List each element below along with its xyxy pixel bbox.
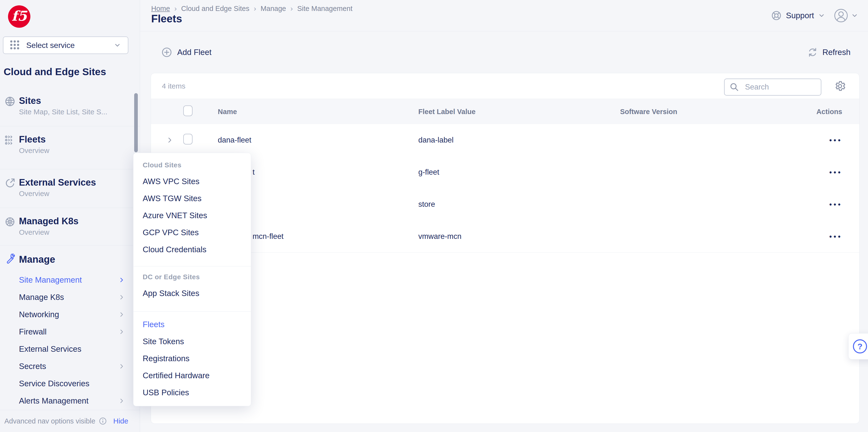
sidebar-item-external-services[interactable]: External Services Overview (0, 169, 140, 208)
external-services-icon (4, 178, 16, 189)
search-input[interactable] (724, 79, 821, 95)
help-button[interactable]: ? (848, 333, 868, 359)
flyout-item-cloud-credentials[interactable]: Cloud Credentials (133, 241, 251, 258)
manage-section-header: Manage (0, 253, 55, 266)
table-settings-gear-icon[interactable] (834, 80, 846, 92)
flyout-item-registrations[interactable]: Registrations (133, 350, 251, 367)
cell-fleet-label-value: g-fleet (418, 168, 439, 177)
add-fleet-button[interactable]: Add Fleet (161, 47, 212, 58)
table-card-header: 4 items (151, 73, 859, 99)
page-title: Fleets (151, 13, 182, 25)
row-checkbox[interactable] (183, 134, 192, 144)
select-service-dropdown[interactable]: Select service (3, 36, 128, 54)
manage-item-label: Firewall (19, 327, 47, 337)
support-menu[interactable]: Support (771, 10, 825, 21)
manage-title: Manage (19, 254, 55, 265)
sidebar-item-site-management[interactable]: Site Management (0, 271, 140, 288)
globe-icon (4, 96, 16, 107)
row-actions-button[interactable]: ••• (829, 201, 842, 208)
breadcrumb-item-site-management[interactable]: Site Management (297, 5, 352, 13)
wrench-icon (5, 254, 16, 265)
cell-fleet-label-value: vmware-mcn (418, 232, 461, 241)
row-actions-button[interactable]: ••• (829, 169, 842, 176)
column-header-software-version[interactable]: Software Version (620, 108, 677, 116)
breadcrumb: Home › Cloud and Edge Sites › Manage › S… (151, 4, 352, 13)
flyout-item-aws-vpc-sites[interactable]: AWS VPC Sites (133, 173, 251, 190)
sidebar-item-fleets[interactable]: Fleets Overview (0, 126, 140, 169)
manage-list: Site Management Manage K8s Networking Fi… (0, 271, 140, 409)
manage-item-label: Secrets (19, 362, 46, 371)
table-row: store ••• (151, 188, 859, 221)
page-toolbar: Add Fleet Refresh (140, 31, 868, 73)
sidebar-item-alerts-management[interactable]: Alerts Management (0, 392, 140, 409)
nav-item-subtitle: Overview (19, 188, 135, 199)
table-row: dana-fleet dana-label ••• (151, 124, 859, 156)
nav-item-subtitle: Overview (19, 227, 135, 238)
f5-logo: f5 (8, 5, 30, 28)
flyout-item-site-tokens[interactable]: Site Tokens (133, 333, 251, 350)
cell-name[interactable]: mcn-fleet (252, 232, 283, 241)
breadcrumb-item-manage[interactable]: Manage (260, 5, 286, 13)
row-actions-button[interactable]: ••• (829, 233, 842, 240)
sidebar-item-service-discoveries[interactable]: Service Discoveries (0, 375, 140, 392)
flyout-item-azure-vnet-sites[interactable]: Azure VNET Sites (133, 207, 251, 224)
add-fleet-label: Add Fleet (177, 48, 212, 57)
nav-item-subtitle: Site Map, Site List, Site S... (19, 107, 135, 117)
table-row: mcn-fleet vmware-mcn ••• (151, 220, 859, 253)
sidebar-item-external-services-manage[interactable]: External Services (0, 340, 140, 357)
f5-logo-text: f5 (11, 9, 27, 23)
chevron-right-icon (118, 311, 125, 318)
column-header-actions: Actions (816, 108, 842, 116)
flyout-item-certified-hardware[interactable]: Certified Hardware (133, 367, 251, 384)
table-row: t g-fleet ••• (151, 156, 859, 189)
site-management-flyout-menu: Cloud Sites AWS VPC Sites AWS TGW Sites … (133, 153, 251, 406)
sidebar-footer: Advanced nav options visible Hide (0, 410, 140, 432)
sidebar-item-sites[interactable]: Sites Site Map, Site List, Site S... (0, 88, 140, 126)
sidebar-item-secrets[interactable]: Secrets (0, 357, 140, 375)
breadcrumb-item-home[interactable]: Home (151, 5, 170, 13)
apps-grid-icon (10, 40, 20, 50)
refresh-button[interactable]: Refresh (807, 47, 850, 58)
cell-name[interactable]: dana-fleet (218, 136, 251, 144)
flyout-item-usb-policies[interactable]: USB Policies (133, 384, 251, 401)
manage-item-label: Manage K8s (19, 293, 64, 302)
hide-link[interactable]: Hide (113, 417, 128, 425)
cell-fleet-label-value: store (418, 200, 435, 209)
row-actions-button[interactable]: ••• (829, 137, 842, 144)
fleet-icon (4, 135, 16, 146)
sidebar-item-managed-k8s[interactable]: Managed K8s Overview (0, 208, 140, 246)
row-checkbox-cell (183, 134, 192, 146)
account-menu[interactable] (834, 8, 858, 23)
sidebar-scrollbar-thumb[interactable] (134, 93, 138, 152)
flyout-item-fleets[interactable]: Fleets (133, 316, 251, 333)
breadcrumb-separator-icon: › (254, 4, 256, 13)
manage-item-label: Networking (19, 310, 59, 319)
flyout-item-app-stack-sites[interactable]: App Stack Sites (133, 285, 251, 302)
column-header-name[interactable]: Name (218, 108, 237, 116)
row-expand-chevron-icon[interactable] (166, 137, 173, 144)
breadcrumb-item-cloud-and-edge-sites[interactable]: Cloud and Edge Sites (181, 5, 249, 13)
refresh-icon (807, 47, 818, 58)
sidebar-nav: Sites Site Map, Site List, Site S... Fle… (0, 88, 140, 246)
flyout-section-dc-or-edge-sites: DC or Edge Sites App Stack Sites (133, 266, 251, 312)
flyout-item-gcp-vpc-sites[interactable]: GCP VPC Sites (133, 224, 251, 241)
select-all-checkbox[interactable] (183, 106, 192, 116)
flyout-section-header: Cloud Sites (133, 157, 251, 173)
sidebar-item-firewall[interactable]: Firewall (0, 323, 140, 340)
breadcrumb-separator-icon: › (174, 4, 177, 13)
table-header-row: Name Fleet Label Value Software Version … (151, 99, 859, 124)
cell-fleet-label-value: dana-label (418, 136, 454, 144)
chevron-right-icon (118, 398, 125, 404)
cell-name[interactable]: t (252, 168, 255, 177)
nav-item-title: Fleets (19, 134, 135, 145)
nav-item-subtitle: Overview (19, 145, 135, 156)
flyout-item-aws-tgw-sites[interactable]: AWS TGW Sites (133, 190, 251, 207)
manage-item-label: Alerts Management (19, 396, 89, 405)
chevron-right-icon (118, 277, 125, 283)
nav-item-title: External Services (19, 177, 135, 188)
chevron-down-icon (851, 12, 858, 19)
sidebar-item-networking[interactable]: Networking (0, 306, 140, 323)
column-header-fleet-label-value[interactable]: Fleet Label Value (418, 108, 475, 116)
k8s-wheel-icon (4, 216, 16, 227)
sidebar-item-manage-k8s[interactable]: Manage K8s (0, 288, 140, 306)
